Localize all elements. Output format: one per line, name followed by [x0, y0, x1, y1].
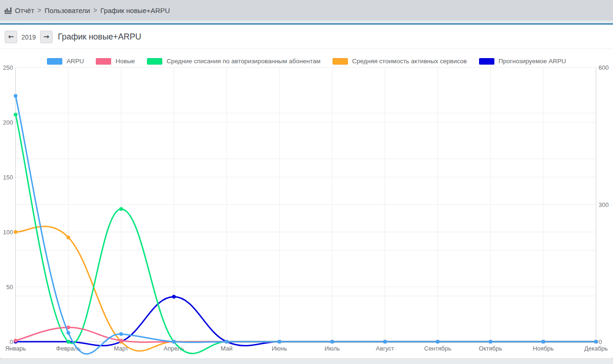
footer-strip: [0, 358, 613, 364]
series-point: [594, 340, 598, 344]
breadcrumb-item-current: График новые+ARPU: [100, 7, 170, 14]
series-point: [172, 295, 176, 298]
page: Отчёт > Пользователи > График новые+ARPU…: [0, 0, 613, 364]
series-point: [436, 340, 440, 344]
legend-label: Новые: [115, 58, 135, 65]
series-point: [67, 340, 70, 344]
breadcrumb-item-report[interactable]: Отчёт: [15, 7, 34, 14]
right-axis-tick-label: 0: [599, 338, 602, 345]
series-point: [278, 340, 281, 344]
right-axis-tick-label: 600: [599, 64, 609, 71]
legend-item-2[interactable]: Средние списания по авторизированным або…: [147, 58, 320, 65]
series-point: [489, 340, 493, 344]
series-point: [67, 331, 70, 335]
x-axis-tick-label: Октябрь: [479, 345, 502, 352]
x-axis-tick-label: Июнь: [272, 345, 287, 352]
legend-swatch: [96, 58, 111, 65]
x-axis-tick-label: Август: [376, 345, 394, 352]
left-axis-tick-label: 200: [3, 119, 13, 126]
series-line: [16, 226, 596, 351]
series-point: [14, 94, 18, 98]
legend-label: Прогнозируемое ARPU: [499, 58, 566, 65]
series-point: [14, 230, 18, 234]
x-axis-tick-label: Май: [221, 345, 233, 352]
series-point: [119, 332, 123, 336]
series-line: [16, 327, 596, 342]
series-point: [119, 207, 123, 211]
legend-item-1[interactable]: Новые: [96, 58, 135, 65]
x-axis-tick-label: Июль: [325, 345, 340, 352]
series-point: [541, 340, 545, 344]
legend-item-0[interactable]: ARPU: [47, 58, 84, 65]
series-point: [119, 339, 123, 343]
x-axis-tick-label: Январь: [5, 345, 26, 352]
legend-swatch: [47, 58, 62, 65]
left-axis-tick-label: 150: [3, 174, 13, 181]
series-point: [14, 113, 18, 116]
chart-legend: ARPUНовыеСредние списания по авторизиров…: [0, 58, 613, 65]
legend-swatch: [147, 58, 162, 65]
legend-label: ARPU: [67, 58, 84, 65]
left-axis-tick-label: 100: [3, 229, 13, 236]
series-point: [225, 340, 228, 344]
x-axis-tick-label: Сентябрь: [424, 345, 451, 352]
series-point: [383, 340, 387, 344]
breadcrumb-separator: >: [38, 7, 41, 14]
legend-item-3[interactable]: Средняя стоимость активных сервисов: [333, 58, 467, 65]
series-point: [172, 340, 176, 344]
series-point: [330, 340, 334, 344]
legend-swatch: [479, 58, 494, 65]
legend-label: Средние списания по авторизированным або…: [167, 58, 320, 65]
left-axis-tick-label: 0: [10, 338, 13, 345]
bar-chart-icon: [5, 7, 12, 14]
x-axis-tick-label: Ноябрь: [533, 345, 553, 352]
legend-swatch: [333, 58, 348, 65]
series-point: [14, 339, 18, 343]
left-axis-tick-label: 250: [3, 64, 13, 71]
left-axis-tick-label: 50: [7, 284, 13, 291]
right-axis-tick-label: 300: [599, 201, 609, 208]
chart-canvas[interactable]: 0501001502002500300600ЯнварьФевральМартА…: [0, 25, 613, 358]
series-line: [16, 96, 596, 354]
legend-label: Средняя стоимость активных сервисов: [352, 58, 467, 65]
series-line: [16, 114, 596, 353]
series-line: [16, 297, 596, 345]
legend-item-4[interactable]: Прогнозируемое ARPU: [479, 58, 566, 65]
series-point: [67, 236, 70, 239]
x-axis-tick-label: Декабрь: [584, 345, 608, 352]
content-card: ← 2019 → График новые+ARPU ARPUНовыеСред…: [0, 25, 613, 358]
breadcrumb-separator: >: [93, 7, 97, 14]
breadcrumb-item-users[interactable]: Пользователи: [45, 7, 90, 14]
breadcrumb: Отчёт > Пользователи > График новые+ARPU: [0, 0, 613, 20]
